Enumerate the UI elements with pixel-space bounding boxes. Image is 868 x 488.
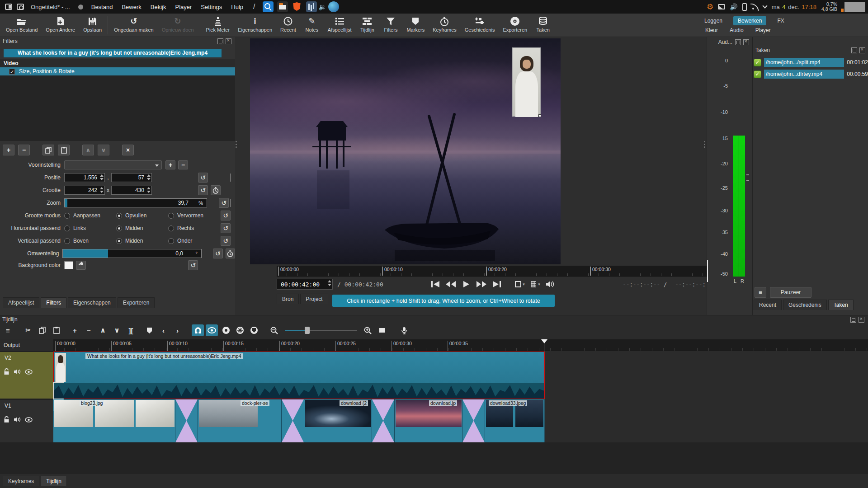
rotation-keyframes-button[interactable] xyxy=(226,249,235,258)
spinner-arrows[interactable] xyxy=(100,187,104,193)
clock[interactable]: ma 4 dec. 17:18 xyxy=(771,4,817,10)
timeline-button[interactable]: Tijdlijn xyxy=(355,15,379,33)
zoom-fit-button[interactable]: ▾ xyxy=(513,278,526,290)
move-filter-up-button[interactable]: ∧ xyxy=(82,145,94,155)
task-row[interactable]: ✓ /home/john...dfrtey.mp4 00:00:59 xyxy=(754,69,868,80)
current-time-field[interactable]: 00:00:42:00 xyxy=(277,279,333,290)
tab-eigenschappen[interactable]: Eigenschappen xyxy=(68,297,116,308)
size-keyframes-button[interactable] xyxy=(211,185,221,195)
spinner-arrows[interactable] xyxy=(147,187,151,193)
tasks-menu-button[interactable]: ≡ xyxy=(755,287,766,298)
next-marker-button[interactable]: › xyxy=(171,324,184,336)
delete-preset-button[interactable]: − xyxy=(178,160,188,169)
tab-afspeellijst[interactable]: Afspeellijst xyxy=(3,297,39,308)
menu-settings[interactable]: Settings xyxy=(196,4,226,10)
recent-button[interactable]: Recent xyxy=(276,15,300,33)
rotation-slider[interactable]: 0,0 ° xyxy=(62,249,202,258)
brave-browser-icon[interactable] xyxy=(292,1,302,12)
zoom-out-button[interactable] xyxy=(268,324,280,336)
v-fit-boven[interactable]: Boven xyxy=(64,238,116,244)
fast-forward-button[interactable] xyxy=(475,278,488,290)
tab-player[interactable]: Player xyxy=(755,27,771,33)
menu-hulp[interactable]: Hulp xyxy=(226,4,248,10)
menu-player[interactable]: Player xyxy=(170,4,196,10)
tab-taken[interactable]: Taken xyxy=(828,300,854,310)
split-button[interactable]: ][ xyxy=(125,324,137,336)
position-x-field[interactable]: 1.556 xyxy=(64,173,105,182)
zoom-in-button[interactable] xyxy=(362,324,374,336)
zoom-slider-knob[interactable] xyxy=(305,327,310,334)
timeline-clip[interactable]: download.jp xyxy=(395,399,462,442)
keyframes-button[interactable]: Keyframes xyxy=(429,15,461,33)
transition-clip[interactable] xyxy=(175,399,198,442)
append-button[interactable]: + xyxy=(69,324,81,336)
snap-magnet-button[interactable] xyxy=(192,324,204,336)
ripple-all-tracks-button[interactable] xyxy=(234,324,246,336)
size-height-field[interactable]: 430 xyxy=(111,186,152,195)
wifi-icon[interactable] xyxy=(751,4,759,9)
size-mode-vervormen[interactable]: Vervormen xyxy=(168,212,220,219)
copy-button[interactable] xyxy=(36,324,48,336)
panel-float-icon[interactable] xyxy=(850,317,856,323)
tab-bewerken[interactable]: Bewerken xyxy=(733,16,766,25)
video-preview[interactable] xyxy=(250,38,561,264)
undo-button[interactable]: ↺ Ongedaan maken xyxy=(110,15,157,33)
lift-button[interactable]: ∧ xyxy=(97,324,109,336)
transition-clip[interactable] xyxy=(372,399,395,442)
panel-splitter[interactable] xyxy=(703,141,705,148)
overwrite-button[interactable]: ∨ xyxy=(111,324,123,336)
history-button[interactable]: Geschiedenis xyxy=(461,15,499,33)
size-mode-aanpassen[interactable]: Aanpassen xyxy=(64,212,116,219)
lock-icon[interactable] xyxy=(4,368,9,375)
skip-to-start-button[interactable] xyxy=(429,278,442,290)
time-spinner-arrows[interactable] xyxy=(328,280,331,286)
redo-button[interactable]: ↻ Opnieuw doen xyxy=(158,15,198,33)
hide-eye-icon[interactable] xyxy=(25,369,33,375)
task-done-checkbox[interactable]: ✓ xyxy=(754,59,761,66)
overlay-video-rectangle[interactable] xyxy=(512,47,541,117)
tab-loggen[interactable]: Loggen xyxy=(700,16,727,25)
menu-bekijk[interactable]: Bekijk xyxy=(146,4,171,10)
markers-button[interactable]: Markers xyxy=(402,15,429,33)
preset-combobox[interactable] xyxy=(64,160,162,169)
filters-button[interactable]: Filters xyxy=(379,15,402,33)
tab-recent[interactable]: Recent xyxy=(754,300,782,310)
timeline-clip[interactable]: download (2 xyxy=(304,399,372,442)
hide-eye-icon[interactable] xyxy=(25,417,33,422)
record-audio-button[interactable] xyxy=(398,324,410,336)
panel-close-icon[interactable] xyxy=(743,39,749,45)
tab-filters[interactable]: Filters xyxy=(41,297,66,308)
open-other-button[interactable]: Open Andere xyxy=(42,15,79,33)
mute-speaker-icon[interactable] xyxy=(14,417,21,422)
background-color-reset-button[interactable]: ↺ xyxy=(188,260,198,270)
paste-button[interactable] xyxy=(50,324,62,336)
save-button[interactable]: Opslaan xyxy=(79,15,106,33)
tasks-button[interactable]: Taken xyxy=(531,15,555,33)
volume-button[interactable] xyxy=(543,278,557,290)
zoom-slider[interactable]: 39,7 % xyxy=(64,198,207,207)
tab-exporteren[interactable]: Exporteren xyxy=(118,297,155,308)
ripple-delete-button[interactable]: − xyxy=(83,324,95,336)
h-fit-reset-button[interactable]: ↺ xyxy=(221,223,231,233)
panel-close-icon[interactable] xyxy=(859,47,865,53)
size-mode-opvullen[interactable]: Opvullen xyxy=(116,212,168,219)
tab-fx[interactable]: FX xyxy=(773,16,788,25)
volume-tray-icon[interactable]: 🔊 xyxy=(730,3,737,10)
timeline-clip[interactable]: blog23.jpg xyxy=(53,399,175,442)
tab-keyframes[interactable]: Keyframes xyxy=(3,476,39,486)
timeline-clip[interactable]: dock-pier-se xyxy=(198,399,282,442)
panel-float-icon[interactable] xyxy=(735,39,741,45)
background-color-swatch[interactable] xyxy=(64,261,73,269)
phone-icon[interactable] xyxy=(742,3,747,11)
tab-project[interactable]: Project xyxy=(300,294,328,304)
menu-bestand[interactable]: Bestand xyxy=(87,4,118,10)
v-fit-reset-button[interactable]: ↺ xyxy=(221,236,231,246)
mute-speaker-icon[interactable] xyxy=(14,369,21,375)
chevron-down-icon[interactable] xyxy=(762,3,767,8)
spinner-arrows[interactable] xyxy=(147,174,151,180)
track-header-v1[interactable]: V1 xyxy=(0,399,53,442)
menu-bewerk[interactable]: Bewerk xyxy=(117,4,146,10)
tab-geschiedenis[interactable]: Geschiedenis xyxy=(783,300,827,310)
open-file-button[interactable]: Open Bestand xyxy=(2,15,42,33)
tab-tijdlijn[interactable]: Tijdlijn xyxy=(41,476,67,486)
